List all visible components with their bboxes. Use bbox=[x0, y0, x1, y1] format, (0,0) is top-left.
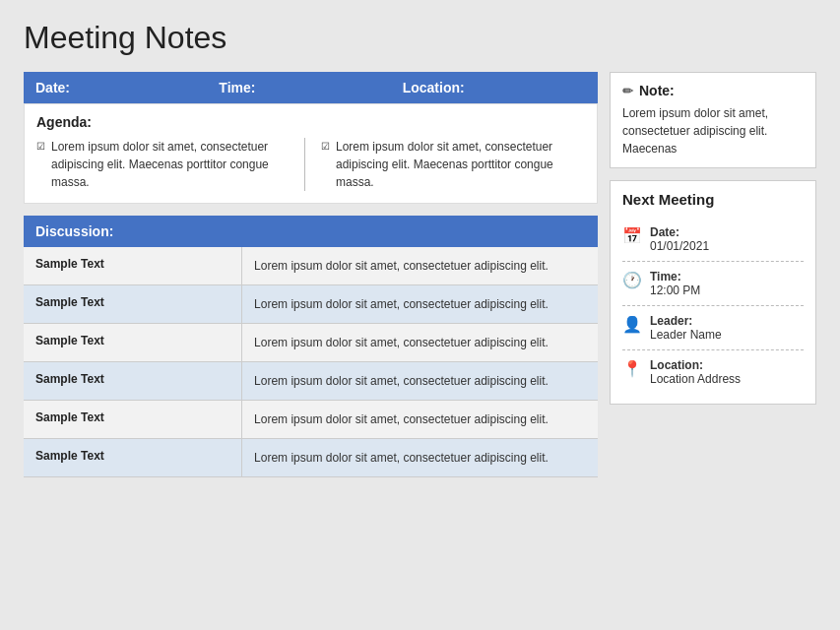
discussion-header: Discussion: bbox=[24, 216, 598, 247]
time-value: 12:00 PM bbox=[650, 284, 700, 297]
discussion-table: Sample Text Lorem ipsum dolor sit amet, … bbox=[24, 247, 598, 477]
time-label: Time: bbox=[650, 270, 700, 284]
table-row: Sample Text Lorem ipsum dolor sit amet, … bbox=[24, 285, 598, 324]
location-value: Location Address bbox=[650, 372, 741, 386]
location-label: Location: bbox=[650, 358, 741, 372]
agenda-item-2: ☑ Lorem ipsum dolor sit amet, consectetu… bbox=[321, 138, 573, 191]
table-row: Sample Text Lorem ipsum dolor sit amet, … bbox=[24, 362, 598, 401]
agenda-bullet-icon-2: ☑ bbox=[321, 139, 330, 154]
left-column: Date: Time: Location: Agenda: ☑ Lorem ip… bbox=[24, 72, 598, 477]
row-label: Sample Text bbox=[24, 324, 242, 362]
next-meeting-time: 🕐 Time: 12:00 PM bbox=[622, 262, 804, 306]
row-text: Lorem ipsum dolor sit amet, consectetuer… bbox=[242, 401, 598, 439]
row-text: Lorem ipsum dolor sit amet, consectetuer… bbox=[242, 247, 598, 285]
note-section: ✏ Note: Lorem ipsum dolor sit amet, cons… bbox=[610, 72, 816, 168]
row-label: Sample Text bbox=[24, 247, 242, 285]
time-header: Time: bbox=[219, 80, 402, 95]
date-value: 01/01/2021 bbox=[650, 239, 709, 253]
leader-value: Leader Name bbox=[650, 328, 722, 342]
table-row: Sample Text Lorem ipsum dolor sit amet, … bbox=[24, 401, 598, 439]
table-row: Sample Text Lorem ipsum dolor sit amet, … bbox=[24, 324, 598, 362]
agenda-title: Agenda: bbox=[36, 114, 585, 130]
note-title: Note: bbox=[639, 83, 675, 98]
pencil-icon: ✏ bbox=[622, 84, 633, 98]
clock-icon: 🕐 bbox=[622, 271, 642, 289]
agenda-text-2: Lorem ipsum dolor sit amet, consectetuer… bbox=[336, 138, 573, 191]
row-text: Lorem ipsum dolor sit amet, consectetuer… bbox=[242, 439, 598, 477]
location-icon: 📍 bbox=[622, 359, 642, 378]
next-meeting-location: 📍 Location: Location Address bbox=[622, 350, 804, 394]
agenda-col-left: ☑ Lorem ipsum dolor sit amet, consectetu… bbox=[36, 138, 305, 191]
right-column: ✏ Note: Lorem ipsum dolor sit amet, cons… bbox=[610, 72, 816, 477]
row-label: Sample Text bbox=[24, 362, 242, 401]
row-text: Lorem ipsum dolor sit amet, consectetuer… bbox=[242, 324, 598, 362]
header-row: Date: Time: Location: bbox=[24, 72, 598, 103]
note-header: ✏ Note: bbox=[622, 83, 804, 98]
person-icon: 👤 bbox=[622, 315, 642, 334]
leader-label: Leader: bbox=[650, 314, 722, 328]
date-header: Date: bbox=[35, 80, 219, 95]
agenda-col-right: ☑ Lorem ipsum dolor sit amet, consectetu… bbox=[305, 138, 585, 191]
agenda-text-1: Lorem ipsum dolor sit amet, consectetuer… bbox=[51, 138, 289, 191]
row-text: Lorem ipsum dolor sit amet, consectetuer… bbox=[242, 285, 598, 324]
agenda-items: ☑ Lorem ipsum dolor sit amet, consectetu… bbox=[36, 138, 585, 191]
discussion-section: Discussion: Sample Text Lorem ipsum dolo… bbox=[24, 216, 598, 477]
agenda-bullet-icon-1: ☑ bbox=[36, 139, 45, 154]
row-text: Lorem ipsum dolor sit amet, consectetuer… bbox=[242, 362, 598, 401]
agenda-item-1: ☑ Lorem ipsum dolor sit amet, consectetu… bbox=[36, 138, 289, 191]
row-label: Sample Text bbox=[24, 439, 242, 477]
next-meeting-section: Next Meeting 📅 Date: 01/01/2021 🕐 Time: … bbox=[610, 180, 816, 405]
calendar-icon: 📅 bbox=[622, 226, 642, 245]
agenda-section: Agenda: ☑ Lorem ipsum dolor sit amet, co… bbox=[24, 103, 598, 204]
table-row: Sample Text Lorem ipsum dolor sit amet, … bbox=[24, 439, 598, 477]
note-text: Lorem ipsum dolor sit amet, consectetuer… bbox=[622, 104, 804, 158]
row-label: Sample Text bbox=[24, 285, 242, 324]
next-meeting-title: Next Meeting bbox=[622, 191, 804, 208]
next-meeting-date: 📅 Date: 01/01/2021 bbox=[622, 218, 804, 262]
main-layout: Date: Time: Location: Agenda: ☑ Lorem ip… bbox=[24, 72, 816, 477]
table-row: Sample Text Lorem ipsum dolor sit amet, … bbox=[24, 247, 598, 285]
row-label: Sample Text bbox=[24, 401, 242, 439]
location-header: Location: bbox=[403, 80, 586, 95]
next-meeting-leader: 👤 Leader: Leader Name bbox=[622, 306, 804, 350]
date-label: Date: bbox=[650, 225, 709, 239]
page-title: Meeting Notes bbox=[24, 20, 816, 56]
